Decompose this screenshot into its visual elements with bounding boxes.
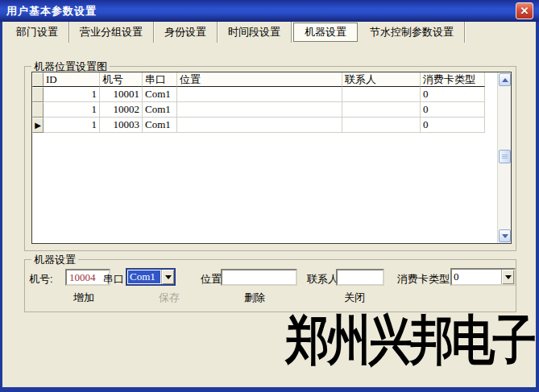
- tab-department[interactable]: 部门设置: [6, 22, 69, 43]
- tab-machine-settings[interactable]: 机器设置: [293, 23, 358, 42]
- save-button[interactable]: 保存: [159, 291, 180, 305]
- cell-contact[interactable]: [342, 118, 421, 133]
- machine-table-body: ID 机号 串口 位置 联系人 消费卡类型 1 10001 Com1 0: [32, 72, 497, 133]
- cell-id[interactable]: 1: [44, 118, 100, 133]
- machine-settings-group: 机器设置 机号: 串口 Com1 位置 联系人 消费卡类型 0 增加 保存 删除…: [24, 259, 516, 312]
- chevron-down-icon: [165, 275, 172, 279]
- machine-location-group: 机器位置设置图 ID 机号 串口 位置 联系人 消费卡类型 1 10001: [24, 66, 516, 251]
- machine-no-label: 机号:: [29, 272, 53, 287]
- cell-contact[interactable]: [342, 102, 421, 118]
- col-header-contact[interactable]: 联系人: [342, 72, 421, 87]
- table-row[interactable]: 1 10002 Com1 0: [32, 102, 497, 118]
- cell-card-type[interactable]: 0: [421, 118, 485, 133]
- card-type-selected-value: 0: [452, 270, 501, 284]
- cell-machine-no[interactable]: 10001: [100, 87, 143, 102]
- close-icon[interactable]: ✕: [516, 2, 533, 19]
- port-selected-value: Com1: [128, 270, 160, 283]
- cell-port[interactable]: Com1: [143, 102, 177, 118]
- scroll-up-icon[interactable]: [499, 73, 511, 86]
- col-header-id[interactable]: ID: [44, 72, 100, 87]
- close-button[interactable]: 关闭: [344, 291, 365, 305]
- row-selector[interactable]: [32, 87, 44, 102]
- port-label: 串口: [103, 272, 124, 287]
- table-row[interactable]: 1 10001 Com1 0: [32, 87, 497, 102]
- col-header-card-type[interactable]: 消费卡类型: [421, 72, 485, 87]
- port-dropdown-button[interactable]: [161, 270, 174, 284]
- col-header-machine-no[interactable]: 机号: [100, 72, 143, 87]
- vendor-watermark: 郑州兴邦电子: [286, 307, 534, 371]
- group-title: 机器设置: [31, 253, 78, 267]
- col-header-location[interactable]: 位置: [177, 72, 342, 87]
- tab-water-saving[interactable]: 节水控制参数设置: [359, 22, 465, 43]
- dialog-window: 用户基本参数设置 ✕ 部门设置 营业分组设置 身份设置 时间段设置 机器设置 节…: [0, 0, 539, 392]
- cell-location[interactable]: [177, 87, 342, 102]
- tab-bar: 部门设置 营业分组设置 身份设置 时间段设置 机器设置 节水控制参数设置: [2, 22, 536, 43]
- tab-identity[interactable]: 身份设置: [154, 22, 218, 43]
- contact-label: 联系人: [307, 272, 338, 287]
- scroll-thumb[interactable]: [499, 150, 511, 163]
- scroll-down-icon[interactable]: [499, 229, 511, 242]
- tab-time-period[interactable]: 时间段设置: [218, 22, 292, 43]
- cell-port[interactable]: Com1: [143, 87, 177, 102]
- location-label: 位置: [201, 272, 222, 287]
- row-pointer-icon: ▶: [35, 122, 41, 130]
- cell-contact[interactable]: [342, 87, 421, 102]
- add-button[interactable]: 增加: [73, 291, 94, 305]
- cell-location[interactable]: [177, 118, 342, 133]
- row-selector[interactable]: [32, 102, 44, 118]
- cell-machine-no[interactable]: 10003: [100, 118, 143, 133]
- cell-machine-no[interactable]: 10002: [100, 102, 143, 118]
- chevron-down-icon: [505, 275, 512, 279]
- machine-table[interactable]: ID 机号 串口 位置 联系人 消费卡类型 1 10001 Com1 0: [31, 72, 512, 244]
- card-type-combobox[interactable]: 0: [450, 268, 516, 286]
- col-header-port[interactable]: 串口: [143, 72, 177, 87]
- cell-id[interactable]: 1: [44, 87, 100, 102]
- table-header-row: ID 机号 串口 位置 联系人 消费卡类型: [32, 72, 497, 87]
- row-selector-current[interactable]: ▶: [32, 118, 44, 133]
- table-row-selected[interactable]: ▶ 1 10003 Com1 0: [32, 118, 497, 133]
- port-combobox[interactable]: Com1: [126, 268, 176, 286]
- tab-business-group[interactable]: 营业分组设置: [69, 22, 154, 43]
- cell-location[interactable]: [177, 102, 342, 118]
- cell-port[interactable]: Com1: [143, 118, 177, 133]
- window-title: 用户基本参数设置: [6, 4, 97, 19]
- vertical-scrollbar[interactable]: [497, 72, 511, 243]
- cell-card-type[interactable]: 0: [421, 87, 485, 102]
- cell-id[interactable]: 1: [44, 102, 100, 118]
- contact-input[interactable]: [336, 269, 384, 286]
- location-input[interactable]: [221, 269, 297, 286]
- selector-header-cell: [32, 72, 44, 87]
- card-type-label: 消费卡类型: [397, 272, 450, 287]
- title-bar[interactable]: 用户基本参数设置 ✕: [0, 0, 539, 22]
- delete-button[interactable]: 删除: [244, 291, 265, 305]
- card-type-dropdown-button[interactable]: [501, 270, 514, 284]
- cell-card-type[interactable]: 0: [421, 102, 485, 118]
